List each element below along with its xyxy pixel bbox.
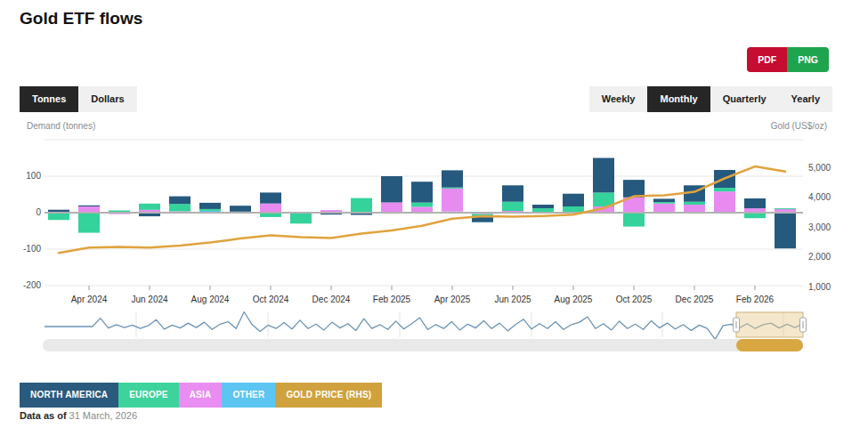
bar-segment-north-america [623, 180, 645, 198]
x-axis-tick-label: Jun 2024 [131, 295, 168, 304]
bar-segment-asia [684, 205, 705, 212]
legend-item-asia[interactable]: ASIA [179, 383, 223, 408]
main-chart-svg: 1000-100-2005,0004,0003,0002,0001,000Apr… [0, 0, 868, 428]
bar-segment-europe [351, 198, 372, 213]
left-axis-tick-label: 0 [36, 207, 41, 217]
bar-segment-europe [502, 202, 523, 211]
left-axis-tick-label: -100 [23, 244, 41, 254]
bar-segment-europe [139, 204, 160, 210]
left-axis-tick-label: 100 [26, 171, 41, 181]
bar-segment-asia [411, 206, 433, 212]
navigator-scrollbar-track[interactable] [43, 339, 803, 351]
navigator-series-line [45, 312, 803, 340]
bar-segment-asia [442, 189, 463, 212]
navigator-scrollbar-thumb[interactable] [736, 339, 803, 351]
bar-segment-north-america [78, 206, 100, 206]
x-axis-tick-label: Aug 2024 [191, 295, 230, 304]
bar-segment-europe [78, 213, 100, 233]
bar-segment-north-america [593, 158, 614, 193]
x-axis-tick-label: Aug 2025 [555, 295, 593, 304]
bar-segment-europe [775, 208, 796, 209]
bar-segment-north-america [775, 213, 796, 248]
bar-segment-asia [381, 203, 402, 213]
bar-segment-north-america [442, 170, 463, 187]
bar-segment-north-america [199, 203, 221, 209]
bar-segment-north-america [260, 192, 281, 203]
bar-segment-europe [290, 214, 312, 224]
bar-segment-north-america [230, 206, 251, 212]
legend-item-other[interactable]: OTHER [222, 383, 275, 408]
data-as-of-label: Data as of [20, 410, 67, 421]
x-axis-tick-label: Feb 2026 [736, 295, 775, 304]
bar-segment-north-america [532, 205, 554, 208]
data-as-of: Data as of31 March, 2026 [20, 410, 137, 421]
bar-segment-europe [653, 202, 675, 204]
x-axis-tick-label: Apr 2025 [434, 295, 471, 304]
bar-segment-north-america [169, 197, 191, 205]
bar-segment-north-america [411, 182, 433, 202]
legend-item-north-america[interactable]: NORTH AMERICA [20, 383, 118, 408]
bar-segment-north-america [563, 194, 584, 206]
x-axis-tick-label: Oct 2025 [616, 295, 653, 304]
bar-segment-asia [653, 204, 675, 213]
bar-segment-europe [684, 202, 705, 205]
navigator-selected-range[interactable] [736, 312, 803, 337]
gold-etf-flows-widget: Gold ETF flows PDFPNG TonnesDollars Week… [0, 0, 868, 428]
bar-segment-asia [714, 191, 735, 212]
bar-segment-europe [48, 213, 69, 220]
bar-segment-north-america [381, 176, 402, 203]
right-axis-tick-label: 3,000 [808, 222, 831, 232]
bar-segment-north-america [653, 198, 675, 202]
legend-item-gold-price-rhs[interactable]: GOLD PRICE (RHS) [275, 383, 382, 408]
right-axis-tick-label: 5,000 [808, 163, 831, 173]
x-axis-tick-label: Jun 2025 [494, 295, 531, 304]
left-axis-tick-label: -200 [23, 280, 41, 290]
bar-segment-europe [442, 188, 463, 189]
x-axis-tick-label: Dec 2024 [312, 295, 351, 304]
bar-segment-europe [623, 213, 645, 227]
bar-segment-asia [260, 204, 281, 213]
bar-segment-asia [502, 211, 523, 212]
data-as-of-value: 31 March, 2026 [69, 410, 137, 421]
legend-item-europe[interactable]: EUROPE [118, 383, 178, 408]
x-axis-tick-label: Apr 2024 [71, 295, 108, 304]
right-axis-tick-label: 1,000 [808, 282, 831, 292]
bar-segment-north-america [744, 198, 766, 208]
bar-segment-europe [563, 206, 584, 213]
bar-segment-europe [199, 209, 221, 211]
bar-segment-europe [411, 203, 433, 207]
x-axis-tick-label: Dec 2025 [676, 295, 714, 304]
bar-segment-north-america [48, 210, 69, 213]
x-axis-tick-label: Oct 2024 [253, 295, 289, 304]
x-axis-tick-label: Feb 2025 [373, 295, 411, 304]
bar-segment-asia [78, 206, 100, 213]
bar-segment-north-america [502, 185, 523, 201]
bar-segment-europe [169, 204, 191, 211]
legend: NORTH AMERICAEUROPEASIAOTHERGOLD PRICE (… [20, 383, 382, 408]
right-axis-tick-label: 2,000 [808, 252, 831, 262]
right-axis-tick-label: 4,000 [808, 192, 831, 202]
bar-segment-europe [714, 188, 735, 191]
